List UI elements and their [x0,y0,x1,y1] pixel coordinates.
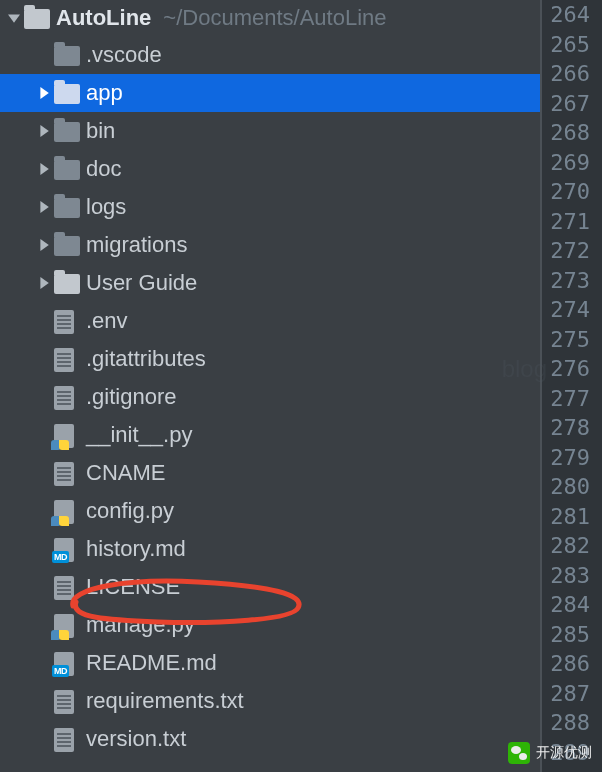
markdown-file-icon [54,652,78,674]
tree-item-license[interactable]: LICENSE [0,568,540,606]
line-number: 281 [542,502,590,532]
tree-item-label: app [86,80,123,106]
line-number: 264 [542,0,590,30]
python-file-icon [54,614,78,636]
tree-item-label: CNAME [86,460,165,486]
tree-item-manage-py[interactable]: manage.py [0,606,540,644]
tree-item-label: __init__.py [86,422,192,448]
tree-item-readme-md[interactable]: README.md [0,644,540,682]
tree-item-label: .env [86,308,128,334]
chevron-right-icon[interactable] [34,121,54,141]
project-root-path: ~/Documents/AutoLine [163,5,386,31]
tree-item-doc[interactable]: doc [0,150,540,188]
file-icon [54,386,78,408]
line-number: 276 [542,354,590,384]
tree-item-label: history.md [86,536,186,562]
folder-icon [54,82,78,104]
tree-item-history-md[interactable]: history.md [0,530,540,568]
tree-item-label: logs [86,194,126,220]
python-file-icon [54,424,78,446]
tree-item-app[interactable]: app [0,74,540,112]
project-root-name: AutoLine [56,5,151,31]
tree-item-label: .vscode [86,42,162,68]
wechat-watermark: 开源优测 [508,742,592,764]
tree-item-label: doc [86,156,121,182]
line-number: 275 [542,325,590,355]
tree-item-label: LICENSE [86,574,180,600]
editor-line-gutter: 2642652662672682692702712722732742752762… [540,0,602,772]
tree-item-label: migrations [86,232,187,258]
tree-item-cname[interactable]: CNAME [0,454,540,492]
tree-item-label: version.txt [86,726,186,752]
file-icon [54,310,78,332]
tree-item-user-guide[interactable]: User Guide [0,264,540,302]
markdown-file-icon [54,538,78,560]
tree-item-config-py[interactable]: config.py [0,492,540,530]
line-number: 272 [542,236,590,266]
file-icon [54,576,78,598]
tree-root-row[interactable]: AutoLine ~/Documents/AutoLine [0,0,540,36]
line-number: 285 [542,620,590,650]
folder-icon [54,158,78,180]
project-tree-panel[interactable]: AutoLine ~/Documents/AutoLine .vscodeapp… [0,0,540,772]
line-number: 271 [542,207,590,237]
chevron-right-icon[interactable] [34,159,54,179]
file-icon [54,462,78,484]
file-icon [54,348,78,370]
line-number: 283 [542,561,590,591]
line-number: 270 [542,177,590,207]
chevron-right-icon[interactable] [34,83,54,103]
line-number: 288 [542,708,590,738]
tree-item-label: bin [86,118,115,144]
folder-icon [54,120,78,142]
file-icon [54,728,78,750]
tree-item-label: README.md [86,650,217,676]
line-number: 286 [542,649,590,679]
wechat-icon [508,742,530,764]
file-icon [54,690,78,712]
tree-item-migrations[interactable]: migrations [0,226,540,264]
line-number: 269 [542,148,590,178]
tree-item-requirements-txt[interactable]: requirements.txt [0,682,540,720]
folder-icon [54,44,78,66]
line-number: 268 [542,118,590,148]
line-number: 284 [542,590,590,620]
chevron-right-icon[interactable] [34,197,54,217]
tree-item--gitattributes[interactable]: .gitattributes [0,340,540,378]
python-file-icon [54,500,78,522]
tree-item--gitignore[interactable]: .gitignore [0,378,540,416]
tree-item-label: .gitignore [86,384,177,410]
tree-item-label: manage.py [86,612,195,638]
line-number: 273 [542,266,590,296]
tree-item---init---py[interactable]: __init__.py [0,416,540,454]
chevron-right-icon[interactable] [34,273,54,293]
line-number: 267 [542,89,590,119]
tree-item-label: .gitattributes [86,346,206,372]
line-number: 280 [542,472,590,502]
chevron-right-icon[interactable] [34,235,54,255]
line-number: 282 [542,531,590,561]
tree-item-label: User Guide [86,270,197,296]
line-number: 287 [542,679,590,709]
folder-icon [54,196,78,218]
tree-item-label: config.py [86,498,174,524]
tree-item-logs[interactable]: logs [0,188,540,226]
tree-item-bin[interactable]: bin [0,112,540,150]
tree-item-version-txt[interactable]: version.txt [0,720,540,758]
tree-item--env[interactable]: .env [0,302,540,340]
folder-icon [24,7,48,29]
watermark-label: 开源优测 [536,744,592,762]
line-number: 266 [542,59,590,89]
chevron-down-icon[interactable] [4,8,24,28]
line-number: 279 [542,443,590,473]
tree-item--vscode[interactable]: .vscode [0,36,540,74]
folder-icon [54,272,78,294]
line-number: 274 [542,295,590,325]
folder-icon [54,234,78,256]
line-number: 278 [542,413,590,443]
line-number: 277 [542,384,590,414]
line-number: 265 [542,30,590,60]
tree-item-label: requirements.txt [86,688,244,714]
